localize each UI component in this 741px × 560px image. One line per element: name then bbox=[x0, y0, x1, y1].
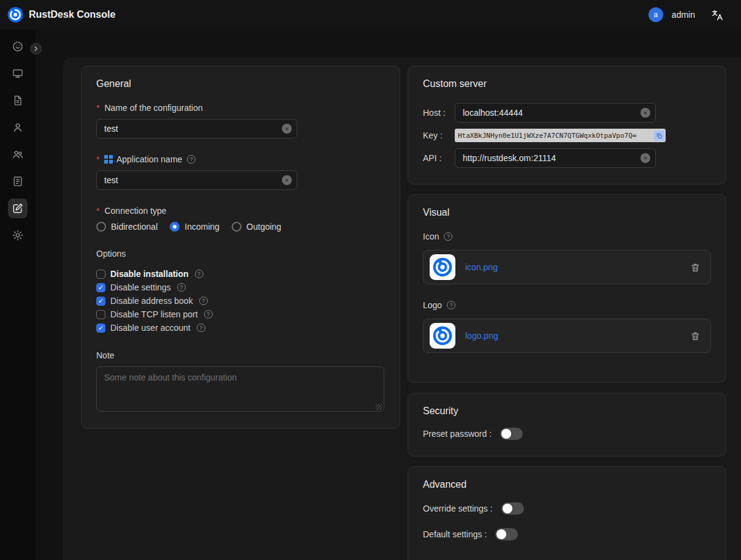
visual-card: Visual Icon bbox=[408, 194, 726, 383]
help-icon[interactable] bbox=[195, 270, 203, 278]
preset-password-row: Preset password : bbox=[423, 428, 711, 440]
header-right: a admin bbox=[648, 7, 724, 22]
sidebar-item-groups[interactable] bbox=[8, 145, 28, 164]
rustdesk-logo-icon bbox=[7, 7, 23, 23]
clear-icon[interactable] bbox=[282, 124, 292, 134]
config-name-label: Name of the configuration bbox=[96, 103, 385, 113]
override-settings-toggle[interactable] bbox=[501, 502, 524, 515]
checkbox-disable-address-book[interactable]: Disable address book bbox=[96, 294, 385, 308]
windows-icon bbox=[104, 155, 113, 164]
sidebar-expand-button[interactable] bbox=[30, 43, 42, 55]
note-textarea[interactable] bbox=[96, 366, 384, 412]
api-label: API : bbox=[423, 153, 455, 163]
checkbox-box-checked[interactable] bbox=[96, 324, 105, 333]
icon-file-box: icon.png bbox=[423, 250, 711, 284]
api-field bbox=[455, 148, 656, 168]
host-input[interactable] bbox=[455, 103, 656, 123]
clear-icon[interactable] bbox=[640, 153, 650, 163]
key-field: HtaXBkJNHyn0e1U1jWXze7A7CN7QTGWqxkOtpaVp… bbox=[455, 129, 666, 142]
app-title: RustDesk Console bbox=[29, 9, 115, 20]
delete-icon[interactable] bbox=[690, 331, 701, 341]
content-panel: General Name of the configuration Applic… bbox=[63, 58, 741, 560]
host-field bbox=[455, 103, 656, 123]
logo-label: Logo bbox=[423, 300, 711, 310]
checkbox-box-checked[interactable] bbox=[96, 283, 105, 292]
host-label: Host : bbox=[423, 108, 455, 118]
options-label: Options bbox=[96, 249, 385, 259]
app-body: General Name of the configuration Applic… bbox=[0, 29, 741, 560]
help-icon[interactable] bbox=[204, 310, 213, 319]
help-icon[interactable] bbox=[447, 301, 455, 309]
general-title: General bbox=[96, 78, 385, 89]
key-label: Key : bbox=[423, 131, 455, 140]
connection-type-label: Connection type bbox=[96, 206, 385, 216]
sidebar-item-users[interactable] bbox=[8, 118, 28, 137]
help-icon[interactable] bbox=[197, 324, 205, 332]
app-name-input[interactable] bbox=[96, 170, 297, 190]
required-asterisk bbox=[96, 103, 101, 113]
note-label: Note bbox=[96, 350, 385, 360]
brand: RustDesk Console bbox=[7, 7, 115, 23]
toggle-knob bbox=[496, 529, 506, 539]
radio-bidirectional[interactable]: Bidirectional bbox=[96, 222, 158, 232]
security-card: Security Preset password : bbox=[408, 393, 726, 456]
help-icon[interactable] bbox=[444, 232, 452, 241]
checkbox-box[interactable] bbox=[96, 310, 105, 319]
required-asterisk bbox=[96, 206, 101, 216]
required-asterisk bbox=[96, 154, 101, 164]
radio-outgoing[interactable]: Outgoing bbox=[232, 222, 281, 232]
radio-circle[interactable] bbox=[232, 222, 241, 232]
clear-icon[interactable] bbox=[640, 108, 650, 118]
api-input[interactable] bbox=[455, 148, 656, 168]
general-card: General Name of the configuration Applic… bbox=[81, 66, 400, 429]
translate-icon[interactable] bbox=[711, 9, 724, 21]
copy-icon[interactable] bbox=[654, 131, 664, 141]
checkbox-disable-settings[interactable]: Disable settings bbox=[96, 281, 385, 294]
sidebar-item-settings[interactable] bbox=[8, 225, 28, 245]
sidebar-item-documents[interactable] bbox=[8, 91, 28, 110]
host-row: Host : bbox=[423, 103, 711, 123]
logo-file-link[interactable]: logo.png bbox=[465, 331, 498, 341]
logo-file-box: logo.png bbox=[423, 319, 711, 353]
key-value: HtaXBkJNHyn0e1U1jWXze7A7CN7QTGWqxkOtpaVp… bbox=[458, 132, 654, 140]
sidebar-item-status[interactable] bbox=[8, 37, 28, 56]
override-settings-label: Override settings : bbox=[423, 504, 493, 513]
clear-icon[interactable] bbox=[282, 175, 292, 185]
advanced-title: Advanced bbox=[423, 479, 711, 490]
sidebar-item-devices[interactable] bbox=[8, 64, 28, 83]
radio-circle[interactable] bbox=[96, 222, 106, 232]
connection-type-group: Bidirectional Incoming Outgoing bbox=[96, 222, 385, 232]
sidebar bbox=[0, 29, 36, 560]
radio-incoming[interactable]: Incoming bbox=[170, 222, 219, 232]
sidebar-item-audit-log[interactable] bbox=[8, 172, 28, 191]
default-settings-toggle[interactable] bbox=[495, 528, 518, 540]
icon-preview-image bbox=[430, 254, 455, 280]
checkbox-disable-installation[interactable]: Disable installation bbox=[96, 267, 385, 281]
radio-circle-selected[interactable] bbox=[170, 222, 180, 232]
help-icon[interactable] bbox=[187, 155, 196, 164]
user-avatar[interactable]: a bbox=[648, 7, 663, 22]
help-icon[interactable] bbox=[199, 297, 208, 305]
logo-preview-image bbox=[430, 323, 455, 349]
help-icon[interactable] bbox=[177, 283, 186, 292]
advanced-card: Advanced Override settings : Default set… bbox=[408, 466, 726, 560]
checkbox-disable-user-account[interactable]: Disable user account bbox=[96, 321, 385, 335]
username[interactable]: admin bbox=[672, 10, 695, 20]
toggle-knob bbox=[503, 504, 512, 513]
api-row: API : bbox=[423, 148, 711, 168]
delete-icon[interactable] bbox=[690, 262, 701, 273]
default-settings-label: Default settings : bbox=[423, 529, 487, 539]
preset-password-toggle[interactable] bbox=[500, 428, 523, 440]
checkbox-box-checked[interactable] bbox=[96, 297, 105, 306]
sidebar-item-custom-client[interactable] bbox=[8, 199, 28, 218]
toggle-knob bbox=[501, 429, 511, 439]
key-row: Key : HtaXBkJNHyn0e1U1jWXze7A7CN7QTGWqxk… bbox=[423, 129, 711, 142]
icon-file-link[interactable]: icon.png bbox=[465, 262, 498, 272]
checkbox-disable-tcp-listen-port[interactable]: Disable TCP listen port bbox=[96, 308, 385, 321]
right-column: Custom server Host : Key : HtaXBkJNH bbox=[408, 66, 726, 560]
config-name-input[interactable] bbox=[96, 119, 297, 138]
icon-label: Icon bbox=[423, 232, 711, 241]
config-name-field bbox=[96, 119, 297, 138]
app-header: RustDesk Console a admin bbox=[0, 0, 741, 29]
checkbox-box[interactable] bbox=[96, 270, 105, 279]
